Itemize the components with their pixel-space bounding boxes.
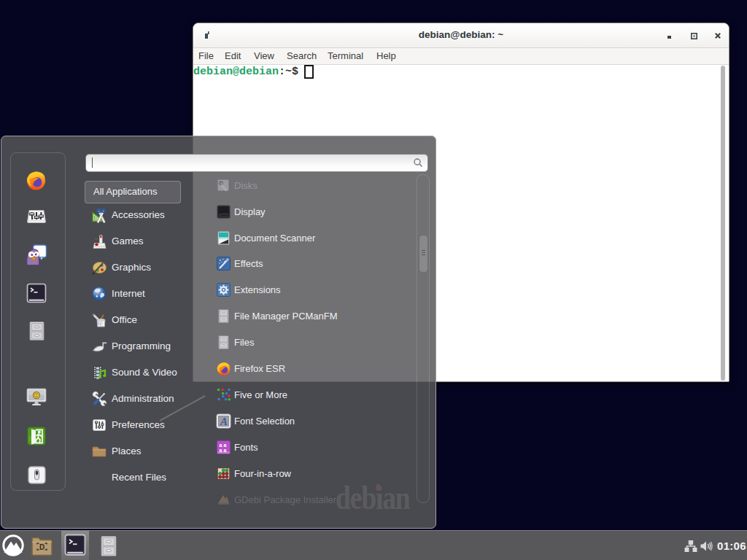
- svg-text:a: a: [224, 443, 227, 448]
- svg-text:A: A: [220, 416, 228, 427]
- svg-text:a: a: [224, 448, 227, 453]
- svg-text:a: a: [220, 443, 222, 448]
- svg-text:a: a: [220, 448, 222, 453]
- svg-text:D: D: [39, 543, 44, 551]
